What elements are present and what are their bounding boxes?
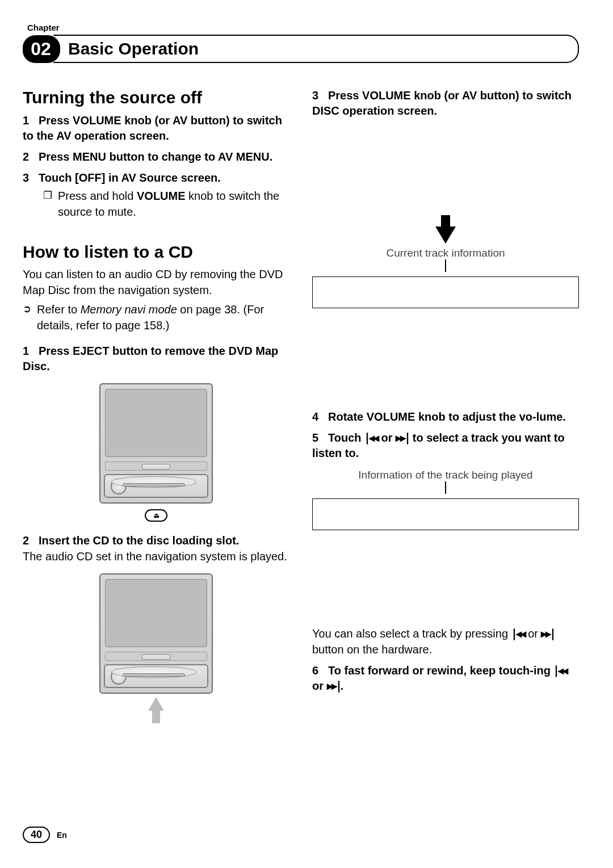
- device-control-bar: [105, 462, 207, 471]
- step-number: 2: [23, 533, 39, 548]
- caption-playing-track: Information of the track being played: [312, 469, 579, 481]
- prev-track-icon: ∣◂◂: [511, 627, 525, 640]
- playing-info-box: [312, 498, 579, 530]
- step-number: 3: [23, 170, 39, 186]
- step-1: 1Press VOLUME knob (or AV button) to swi…: [23, 113, 289, 144]
- step-text: Press VOLUME knob (or AV button) to swit…: [312, 89, 572, 117]
- note-bold: VOLUME: [137, 190, 186, 202]
- disc-step-5: 5Touch ∣◂◂ or ▸▸∣ to select a track you …: [312, 430, 579, 461]
- next-track-icon: ▸▸∣: [541, 627, 555, 640]
- step-number: 5: [312, 430, 328, 446]
- callout-line: [445, 259, 446, 272]
- step-number: 1: [23, 343, 39, 359]
- language-label: En: [57, 831, 67, 840]
- left-column: Turning the source off 1Press VOLUME kno…: [23, 88, 289, 735]
- t: .: [341, 680, 344, 692]
- section-heading-listen-cd: How to listen to a CD: [23, 242, 289, 262]
- caption-current-track: Current track information: [312, 247, 579, 259]
- reference-arrow-icon: ➲: [23, 301, 31, 333]
- disc-step-6: 6To fast forward or rewind, keep touch-i…: [312, 663, 579, 694]
- step-number: 3: [312, 88, 328, 103]
- step-text: Press VOLUME knob (or AV button) to swit…: [23, 114, 282, 142]
- disc-step-3: 3Press VOLUME knob (or AV button) to swi…: [312, 88, 579, 119]
- chapter-header: 02 Basic Operation: [23, 35, 579, 63]
- eject-button-icon: ⏏: [145, 509, 167, 522]
- page-footer: 40 En: [23, 827, 67, 843]
- t: You can also select a track by pressing: [312, 627, 511, 640]
- step-text: Touch ∣◂◂ or ▸▸∣ to select a track you w…: [312, 431, 565, 459]
- insert-arrow-stem: [152, 711, 160, 723]
- down-arrow-icon: [312, 215, 579, 244]
- device-illustration-eject: ⏏: [23, 383, 289, 522]
- device-control-bar: [105, 652, 207, 661]
- step-text: Press EJECT button to remove the DVD Map…: [23, 345, 278, 372]
- t: or: [525, 627, 541, 640]
- note: ❐ Press and hold VOLUME knob to switch t…: [23, 188, 289, 220]
- section-intro: You can listen to an audio CD by removin…: [23, 266, 289, 298]
- right-column: 3Press VOLUME knob (or AV button) to swi…: [312, 88, 579, 735]
- disc-slot: [123, 483, 185, 487]
- cd-step-2-body: The audio CD set in the navigation syste…: [23, 548, 289, 564]
- cd-step-2: 2Insert the CD to the disc loading slot.: [23, 533, 289, 548]
- chapter-number-badge: 02: [23, 35, 60, 63]
- screenshot-placeholder: [312, 318, 579, 404]
- step-number: 1: [23, 113, 39, 128]
- step-number: 6: [312, 663, 328, 678]
- note-text: Press and hold VOLUME knob to switch the…: [58, 188, 289, 220]
- screenshot-placeholder: [312, 540, 579, 626]
- step-text: Insert the CD to the disc loading slot.: [39, 534, 239, 547]
- insert-arrow-icon: [148, 697, 164, 711]
- screenshot-placeholder: [312, 119, 579, 215]
- disc-slot: [123, 673, 185, 677]
- step-text: Rotate VOLUME knob to adjust the vo-lume…: [328, 410, 566, 423]
- step-text: Touch [OFF] in AV Source screen.: [39, 171, 221, 184]
- reference-text: Refer to Memory navi mode on page 38. (F…: [37, 301, 289, 333]
- disc-step-4: 4Rotate VOLUME knob to adjust the vo-lum…: [312, 409, 579, 425]
- device-tray: [104, 474, 208, 498]
- note-bullet-icon: ❐: [43, 188, 52, 220]
- device-screen: [105, 579, 207, 647]
- step-number: 2: [23, 149, 39, 165]
- next-track-icon: ▸▸∣: [396, 431, 409, 444]
- ref-italic: Memory navi mode: [81, 303, 177, 316]
- track-info-box: [312, 276, 579, 308]
- step-3: 3Touch [OFF] in AV Source screen.: [23, 170, 289, 186]
- section-heading-turning-off: Turning the source off: [23, 88, 289, 107]
- t: button on the hardware.: [312, 643, 432, 656]
- callout-line: [445, 481, 446, 494]
- prev-track-icon: ∣◂◂: [364, 431, 378, 444]
- t: To fast forward or rewind, keep touch-in…: [328, 664, 553, 677]
- ref-pre: Refer to: [37, 303, 81, 316]
- cd-step-1: 1Press EJECT button to remove the DVD Ma…: [23, 343, 289, 374]
- step-text: To fast forward or rewind, keep touch-in…: [312, 664, 567, 692]
- note-pre: Press and hold: [58, 190, 137, 202]
- also-select-text: You can also select a track by pressing …: [312, 626, 579, 657]
- t: Touch: [328, 431, 364, 444]
- next-track-icon: ▸▸∣: [327, 680, 341, 692]
- cross-reference: ➲ Refer to Memory navi mode on page 38. …: [23, 301, 289, 333]
- step-text: Press MENU button to change to AV MENU.: [39, 150, 272, 163]
- device-screen: [105, 389, 207, 457]
- chapter-label: Chapter: [27, 23, 579, 32]
- step-2: 2Press MENU button to change to AV MENU.: [23, 149, 289, 165]
- t: or: [378, 431, 396, 444]
- step-number: 4: [312, 409, 328, 425]
- eject-glyph: ⏏: [153, 511, 159, 519]
- device-illustration-insert: [23, 573, 289, 723]
- t: or: [312, 680, 327, 692]
- device-tray: [104, 664, 208, 688]
- page-number-badge: 40: [23, 827, 50, 843]
- chapter-title: Basic Operation: [53, 35, 579, 63]
- prev-track-icon: ∣◂◂: [553, 664, 567, 677]
